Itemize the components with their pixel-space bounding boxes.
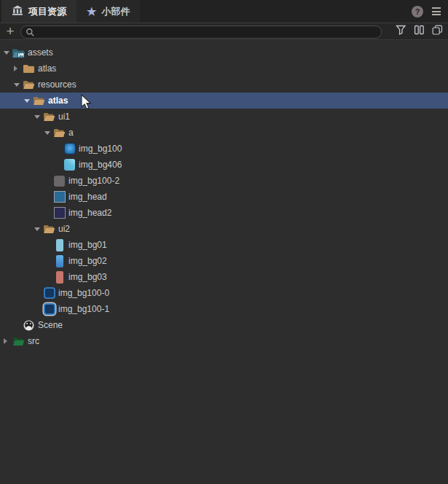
img-head-icon bbox=[52, 191, 66, 203]
folder-open-icon bbox=[52, 128, 66, 138]
tabbar-spacer bbox=[140, 0, 412, 23]
img-bg03-icon bbox=[52, 271, 66, 284]
tree-item-label: atlas bbox=[38, 63, 56, 74]
split-view-button[interactable] bbox=[412, 26, 425, 37]
chevron-down-icon bbox=[24, 99, 30, 103]
add-asset-button[interactable]: + bbox=[3, 25, 17, 38]
expand-arrow[interactable] bbox=[3, 51, 12, 55]
question-mark-icon: ? bbox=[415, 7, 420, 16]
expand-arrow[interactable] bbox=[34, 227, 42, 231]
tree-row[interactable]: img_bg100 bbox=[0, 141, 448, 157]
img-bg100-icon bbox=[63, 143, 76, 155]
img-bg01-icon bbox=[52, 239, 66, 251]
tab-label: 小部件 bbox=[101, 5, 130, 18]
tree-item-label: img_bg02 bbox=[68, 256, 107, 266]
img-gray-icon bbox=[52, 176, 66, 187]
asset-tree: assetsatlasresourcesatlasui1aimg_bg100im… bbox=[0, 40, 448, 349]
tree-item-label: Scene bbox=[38, 320, 63, 330]
folder-open-icon bbox=[32, 95, 46, 106]
tree-row[interactable]: src bbox=[0, 333, 448, 349]
chevron-down-icon bbox=[34, 227, 40, 231]
expand-arrow[interactable] bbox=[3, 338, 12, 344]
tabbar-actions: ? bbox=[412, 0, 448, 23]
folder-open-icon bbox=[22, 79, 36, 90]
tree-item-label: img_bg03 bbox=[68, 272, 107, 282]
tree-row[interactable]: ui2 bbox=[0, 221, 448, 237]
tree-item-label: assets bbox=[28, 47, 53, 58]
folder-closed-icon bbox=[22, 63, 36, 74]
tree-item-label: img_head bbox=[68, 192, 107, 202]
tree-row[interactable]: atlas bbox=[0, 93, 448, 109]
tree-row[interactable]: ui1 bbox=[0, 109, 448, 125]
chevron-down-icon bbox=[34, 115, 40, 119]
expand-arrow[interactable] bbox=[13, 66, 22, 71]
tree-row[interactable]: img_bg100-1 bbox=[0, 301, 448, 317]
img-bg406-icon bbox=[63, 159, 76, 171]
chevron-down-icon bbox=[14, 83, 20, 87]
asset-toolbar: + bbox=[0, 23, 448, 40]
tree-row[interactable]: img_bg01 bbox=[0, 237, 448, 253]
assets-root-icon bbox=[12, 47, 25, 58]
search-icon bbox=[25, 27, 35, 40]
tree-item-label: img_bg100-1 bbox=[58, 304, 109, 314]
tree-item-label: img_head2 bbox=[68, 208, 111, 218]
expand-arrow[interactable] bbox=[23, 99, 32, 103]
split-columns-icon bbox=[414, 25, 425, 38]
tree-item-label: atlas bbox=[48, 95, 68, 106]
img-bg02-icon bbox=[52, 255, 66, 268]
widgets-star-icon: ★ bbox=[87, 6, 96, 17]
collapse-all-icon bbox=[432, 25, 443, 38]
search-input[interactable] bbox=[20, 26, 382, 39]
hamburger-icon bbox=[432, 7, 441, 9]
tree-item-label: a bbox=[68, 128, 74, 138]
tree-item-label: img_bg100-2 bbox=[68, 176, 119, 186]
tree-row[interactable]: img_head2 bbox=[0, 205, 448, 221]
tab-project-assets[interactable]: 项目资源 bbox=[1, 0, 76, 23]
tab-bar: 项目资源 ★ 小部件 ? bbox=[0, 0, 448, 23]
tree-row[interactable]: img_bg406 bbox=[0, 157, 448, 173]
tree-item-label: img_bg406 bbox=[79, 160, 122, 170]
tree-item-label: ui2 bbox=[58, 224, 70, 234]
panel-menu-button[interactable] bbox=[432, 7, 441, 15]
tree-row[interactable]: a bbox=[0, 125, 448, 141]
tree-item-label: resources bbox=[38, 79, 76, 90]
assets-panel-icon bbox=[12, 5, 23, 17]
tree-row[interactable]: atlas bbox=[0, 60, 448, 77]
chevron-right-icon bbox=[14, 66, 17, 71]
tree-item-label: img_bg100 bbox=[79, 144, 122, 154]
expand-arrow[interactable] bbox=[34, 115, 42, 119]
chevron-right-icon bbox=[4, 338, 7, 344]
expand-arrow[interactable] bbox=[13, 83, 22, 87]
help-button[interactable]: ? bbox=[412, 6, 423, 17]
img-head2-icon bbox=[52, 207, 66, 219]
tree-row[interactable]: resources bbox=[0, 77, 448, 93]
folder-src-icon bbox=[12, 336, 25, 346]
tree-item-label: src bbox=[28, 336, 39, 346]
img-bg100-0-icon bbox=[42, 287, 56, 299]
tree-item-label: ui1 bbox=[58, 112, 70, 122]
tree-row[interactable]: img_bg100-2 bbox=[0, 173, 448, 189]
chevron-down-icon bbox=[44, 131, 50, 135]
collapse-all-button[interactable] bbox=[431, 26, 444, 37]
tree-row[interactable]: img_head bbox=[0, 189, 448, 205]
tree-row[interactable]: img_bg03 bbox=[0, 269, 448, 285]
tree-row[interactable]: Scene bbox=[0, 317, 448, 333]
tree-row[interactable]: img_bg100-0 bbox=[0, 285, 448, 301]
chevron-down-icon bbox=[4, 51, 9, 55]
tree-row[interactable]: assets bbox=[0, 44, 448, 60]
tree-row[interactable]: img_bg02 bbox=[0, 253, 448, 269]
tree-item-label: img_bg01 bbox=[68, 240, 107, 250]
search-wrap bbox=[20, 25, 382, 39]
tree-item-label: img_bg100-0 bbox=[58, 288, 109, 298]
tab-widgets[interactable]: ★ 小部件 bbox=[76, 0, 140, 23]
folder-open-icon bbox=[42, 112, 56, 122]
tab-label: 项目资源 bbox=[28, 5, 66, 18]
img-bg100-1-icon bbox=[42, 303, 56, 315]
expand-arrow[interactable] bbox=[44, 131, 52, 135]
scene-icon bbox=[22, 319, 36, 332]
filter-button[interactable] bbox=[394, 26, 407, 37]
folder-open-icon bbox=[42, 224, 56, 234]
filter-funnel-icon bbox=[396, 25, 406, 38]
